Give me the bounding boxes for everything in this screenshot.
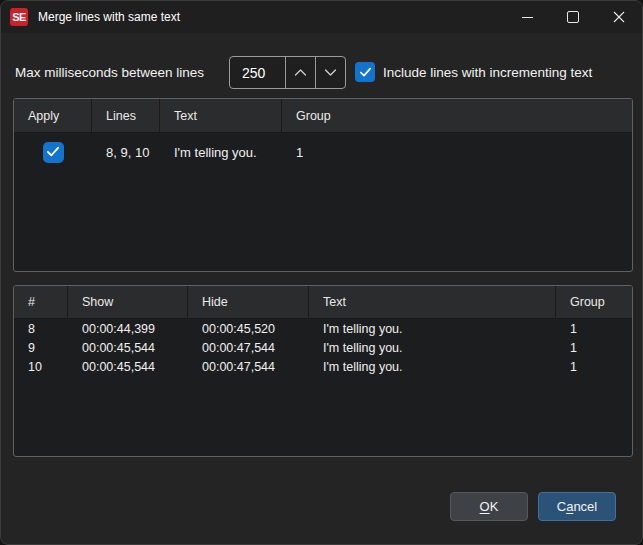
window-controls	[504, 1, 642, 33]
checkmark-icon	[46, 146, 60, 158]
line-hide-cell: 00:00:45,520	[188, 322, 309, 336]
line-group-cell: 1	[556, 322, 632, 336]
spinner-down-button[interactable]	[315, 57, 345, 88]
close-icon	[613, 11, 625, 23]
line-text-cell: I'm telling you.	[309, 360, 556, 374]
merge-groups-header: Apply Lines Text Group	[14, 99, 632, 133]
minimize-button[interactable]	[504, 1, 550, 33]
ok-button[interactable]: OK	[450, 492, 528, 521]
cancel-button[interactable]: Cancel	[538, 492, 616, 521]
line-number-cell: 8	[14, 322, 68, 336]
chevron-up-icon	[294, 68, 307, 77]
group-number-cell: 1	[282, 145, 632, 160]
include-incrementing-label: Include lines with incrementing text	[383, 65, 592, 80]
line-show-cell: 00:00:45,544	[68, 341, 188, 355]
column-header-group: Group	[556, 286, 632, 318]
line-text-cell: I'm telling you.	[309, 322, 556, 336]
subtitle-lines-table: # Show Hide Text Group 8 00:00:44,399 00…	[13, 285, 633, 457]
column-header-hide: Hide	[188, 286, 309, 318]
column-header-group: Group	[282, 99, 632, 132]
line-show-cell: 00:00:44,399	[68, 322, 188, 336]
subtitle-line-row[interactable]: 9 00:00:45,544 00:00:47,544 I'm telling …	[14, 338, 632, 357]
column-header-number: #	[14, 286, 68, 318]
column-header-show: Show	[68, 286, 188, 318]
subtitle-line-row[interactable]: 8 00:00:44,399 00:00:45,520 I'm telling …	[14, 319, 632, 338]
line-group-cell: 1	[556, 360, 632, 374]
group-lines-cell: 8, 9, 10	[92, 145, 160, 160]
line-hide-cell: 00:00:47,544	[188, 341, 309, 355]
include-incrementing-checkbox[interactable]	[355, 62, 375, 82]
checkmark-icon	[359, 67, 372, 78]
line-hide-cell: 00:00:47,544	[188, 360, 309, 374]
apply-merge-checkbox[interactable]	[43, 142, 64, 163]
minimize-icon	[522, 17, 533, 18]
cancel-button-label: Cancel	[557, 499, 597, 514]
subtitle-line-row[interactable]: 10 00:00:45,544 00:00:47,544 I'm telling…	[14, 357, 632, 376]
line-text-cell: I'm telling you.	[309, 341, 556, 355]
line-group-cell: 1	[556, 341, 632, 355]
group-text-cell: I'm telling you.	[160, 145, 282, 160]
chevron-down-icon	[324, 68, 337, 77]
ok-button-label: OK	[480, 499, 499, 514]
maximize-icon	[567, 11, 579, 23]
merge-lines-dialog: SE Merge lines with same text Max millis…	[0, 0, 643, 545]
window-title: Merge lines with same text	[38, 10, 180, 24]
max-milliseconds-spinner: 250	[229, 56, 346, 89]
column-header-lines: Lines	[92, 99, 160, 132]
line-number-cell: 10	[14, 360, 68, 374]
max-milliseconds-input[interactable]: 250	[230, 57, 285, 88]
subtitle-lines-header: # Show Hide Text Group	[14, 286, 632, 319]
line-show-cell: 00:00:45,544	[68, 360, 188, 374]
maximize-button[interactable]	[550, 1, 596, 33]
merge-groups-table: Apply Lines Text Group 8, 9, 10 I'm tell…	[13, 98, 633, 272]
column-header-text: Text	[160, 99, 282, 132]
spinner-up-button[interactable]	[285, 57, 315, 88]
line-number-cell: 9	[14, 341, 68, 355]
max-milliseconds-label: Max milliseconds between lines	[15, 65, 204, 80]
close-button[interactable]	[596, 1, 642, 33]
app-icon: SE	[10, 8, 28, 26]
merge-group-row[interactable]: 8, 9, 10 I'm telling you. 1	[14, 133, 632, 171]
title-bar: SE Merge lines with same text	[1, 1, 642, 33]
column-header-text: Text	[309, 286, 556, 318]
column-header-apply: Apply	[14, 99, 92, 132]
